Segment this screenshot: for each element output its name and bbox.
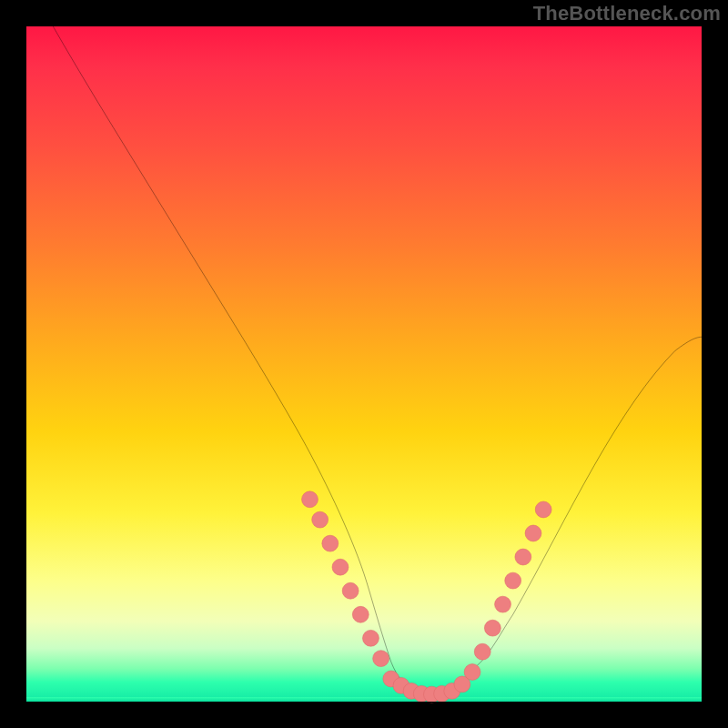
- bottleneck-curve-path: [53, 25, 703, 696]
- watermark-text: TheBottleneck.com: [533, 2, 721, 25]
- svg-point-23: [535, 501, 551, 518]
- svg-point-18: [484, 620, 500, 636]
- marker-cluster-left: [302, 491, 389, 667]
- chart-svg: [25, 25, 703, 703]
- svg-point-6: [363, 630, 379, 646]
- svg-point-1: [312, 511, 329, 528]
- svg-point-21: [515, 549, 531, 565]
- marker-cluster-right: [464, 501, 551, 680]
- chart-plot-area: [25, 25, 703, 703]
- svg-point-7: [373, 651, 389, 667]
- svg-point-20: [505, 572, 521, 589]
- svg-point-0: [302, 491, 318, 508]
- svg-point-5: [352, 606, 369, 622]
- svg-point-2: [322, 535, 339, 551]
- svg-point-19: [495, 596, 511, 612]
- svg-point-16: [464, 664, 480, 681]
- svg-point-22: [525, 525, 541, 541]
- marker-cluster-bottom: [383, 671, 470, 703]
- svg-point-4: [342, 582, 359, 599]
- svg-point-17: [474, 643, 490, 660]
- svg-point-3: [332, 559, 349, 575]
